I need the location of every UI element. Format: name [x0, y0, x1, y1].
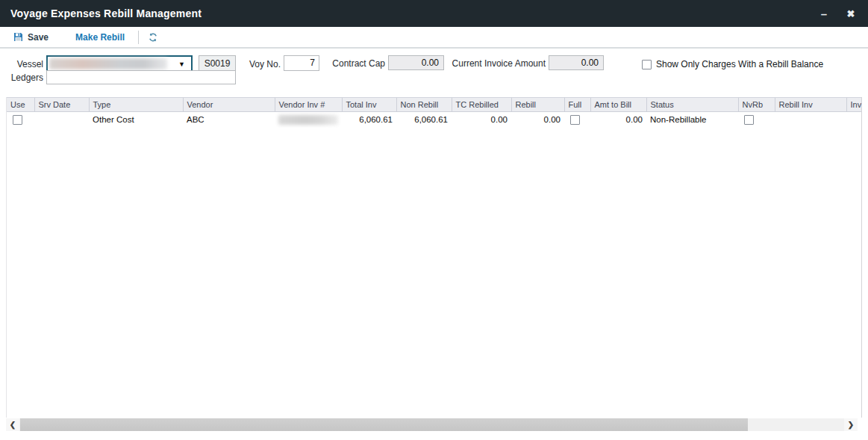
column-header-rebill-inv[interactable]: Rebill Inv	[775, 98, 846, 112]
cell-srv-date	[34, 112, 89, 128]
column-header-nvrb[interactable]: NvRb	[738, 98, 775, 112]
column-header-inv[interactable]: Inv	[846, 98, 862, 112]
save-button-label: Save	[28, 32, 49, 43]
cell-use	[7, 112, 34, 128]
refresh-icon	[148, 32, 158, 43]
cell-rebill-inv	[775, 112, 846, 128]
column-header-tc-rebilled[interactable]: TC Rebilled	[452, 98, 511, 112]
cell-non-rebill: 6,060.61	[396, 112, 452, 128]
refresh-button[interactable]	[148, 32, 158, 43]
column-header-total-inv[interactable]: Total Inv	[342, 98, 396, 112]
column-header-vendor[interactable]: Vendor	[183, 98, 275, 112]
close-button[interactable]: ✖	[840, 0, 861, 27]
minimize-button[interactable]: –	[814, 0, 834, 27]
column-header-type[interactable]: Type	[89, 98, 183, 112]
voy-no-label: Voy No.	[224, 59, 281, 69]
ledgers-input[interactable]	[46, 70, 236, 84]
vessel-value-redacted	[49, 58, 167, 69]
window-titlebar: Voyage Expenses Rebill Management – ✖	[0, 0, 868, 27]
toolbar: Save Make Rebill	[0, 27, 868, 49]
column-header-rebill[interactable]: Rebill	[511, 98, 564, 112]
scrollbar-thumb[interactable]	[20, 418, 748, 431]
scroll-left-button[interactable]: ❮	[6, 418, 19, 431]
current-invoice-amount-label: Current Invoice Amount	[446, 58, 546, 69]
column-header-full[interactable]: Full	[564, 98, 590, 112]
contract-cap-label: Contract Cap	[313, 58, 385, 69]
cell-type: Other Cost	[89, 112, 183, 128]
show-only-charges-label: Show Only Charges With a Rebill Balance	[656, 59, 823, 69]
window-title: Voyage Expenses Rebill Management	[0, 7, 202, 19]
voyage-expenses-rebill-window: Voyage Expenses Rebill Management – ✖ Sa…	[0, 0, 868, 440]
column-header-amt-to-bill[interactable]: Amt to Bill	[590, 98, 646, 112]
column-header-non-rebill[interactable]: Non Rebill	[396, 98, 452, 112]
show-only-charges-checkbox[interactable]	[642, 60, 652, 69]
use-checkbox[interactable]	[13, 115, 22, 125]
column-header-use[interactable]: Use	[7, 98, 34, 112]
cell-amt-to-bill: 0.00	[590, 112, 646, 128]
cell-vendor: ABC	[183, 112, 275, 128]
vessel-label: Vessel	[0, 59, 43, 69]
scroll-right-button[interactable]: ❯	[844, 418, 858, 431]
column-header-vendor-inv[interactable]: Vendor Inv #	[275, 98, 342, 112]
minimize-icon: –	[821, 7, 827, 20]
grid-header-row: Use Srv Date Type Vendor Vendor Inv # To…	[7, 98, 862, 112]
contract-cap-input[interactable]: 0.00	[388, 55, 444, 70]
floppy-disk-icon	[13, 32, 23, 42]
cell-total-inv: 6,060.61	[342, 112, 396, 128]
charges-grid: Use Srv Date Type Vendor Vendor Inv # To…	[6, 97, 862, 418]
show-only-charges-control: Show Only Charges With a Rebill Balance	[642, 59, 823, 69]
close-icon: ✖	[847, 8, 855, 19]
cell-inv	[846, 112, 862, 128]
chevron-down-icon: ▼	[178, 61, 185, 68]
cell-nvrb	[738, 112, 775, 128]
make-rebill-button[interactable]: Make Rebill	[75, 32, 125, 43]
table-row[interactable]: Other Cost ABC 6,060.61 6,060.61 0.00 0.…	[7, 112, 862, 128]
vendor-inv-redacted	[278, 115, 338, 125]
ledgers-label: Ledgers	[0, 72, 43, 83]
scroll-right-icon: ❯	[848, 421, 854, 429]
toolbar-divider	[138, 31, 139, 44]
cell-tc-rebilled: 0.00	[452, 112, 511, 128]
column-header-srv-date[interactable]: Srv Date	[34, 98, 89, 112]
horizontal-scrollbar[interactable]: ❮ ❯	[6, 418, 858, 431]
column-header-status[interactable]: Status	[646, 98, 738, 112]
cell-full	[564, 112, 590, 128]
nvrb-checkbox[interactable]	[744, 115, 754, 125]
cell-status: Non-Rebillable	[646, 112, 738, 128]
save-button[interactable]: Save	[13, 32, 49, 43]
full-checkbox[interactable]	[570, 115, 580, 125]
cell-vendor-inv	[275, 112, 342, 128]
current-invoice-amount-input[interactable]: 0.00	[549, 55, 604, 70]
scroll-left-icon: ❮	[10, 421, 16, 429]
charges-table: Use Srv Date Type Vendor Vendor Inv # To…	[7, 97, 862, 128]
make-rebill-label: Make Rebill	[75, 32, 125, 43]
cell-rebill: 0.00	[511, 112, 564, 128]
